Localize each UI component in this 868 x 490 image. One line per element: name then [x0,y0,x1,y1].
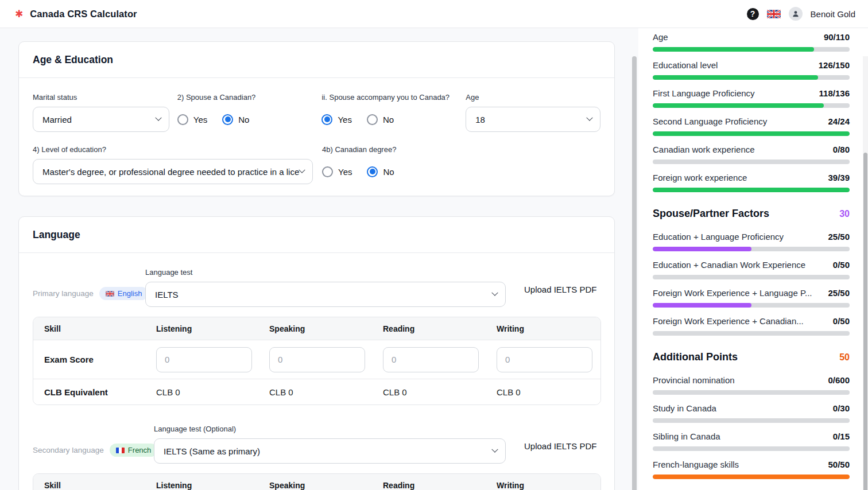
progress-bar [653,331,850,336]
score-item: Age90/110 [653,32,850,52]
age-education-card: Age & Education Marital status Married 2… [18,41,615,196]
clb-writing-value: CLB 0 [486,387,600,397]
score-item: Provincial nomination0/600 [653,375,850,395]
field-label: Marital status [33,93,169,102]
score-item: Sibling in Canada0/15 [653,431,850,451]
score-label: Foreign work experience [653,173,747,182]
french-badge: French [110,444,157,457]
score-label: Education + Canadian Work Experience [653,260,805,270]
field-label: Language test (Optional) [154,425,506,433]
score-label: Second Language Proficiency [653,116,767,126]
upload-ielts-pdf-button[interactable]: Upload IELTS PDF [524,285,596,307]
canadian-degree-yes-radio[interactable]: Yes [322,166,352,177]
help-icon[interactable]: ? [747,8,759,20]
radio-circle-icon [222,114,233,125]
spouse-factors-section-header: Spouse/Partner Factors 30 [653,208,850,220]
reading-score-input[interactable] [383,347,479,372]
age-field: Age 18 [466,93,600,132]
page-scrollbar[interactable] [863,56,868,490]
progress-bar [653,303,850,308]
spouse-canadian-no-radio[interactable]: No [222,114,249,125]
writing-score-input[interactable] [497,347,592,372]
radio-circle-icon [367,166,378,177]
page-scrollbar-thumb[interactable] [863,153,867,490]
score-item: First Language Proficiency118/136 [653,88,850,108]
card-title: Age & Education [33,54,600,66]
score-label: Educational level [653,60,718,70]
main-scrollbar-thumb[interactable] [632,56,637,490]
section-total: 30 [839,209,850,219]
radio-label: No [383,115,394,125]
score-item: Second Language Proficiency24/24 [653,116,850,136]
progress-bar [653,275,850,279]
section-total: 50 [839,352,850,363]
field-label: 4b) Canadian degree? [322,145,396,154]
chevron-down-icon [491,446,498,453]
spouse-canadian-yes-radio[interactable]: Yes [177,114,207,125]
score-label: Study in Canada [653,403,716,413]
score-label: First Language Proficiency [653,88,755,98]
canadian-degree-no-radio[interactable]: No [367,166,394,177]
progress-bar [653,390,850,395]
score-value: 0/50 [833,316,850,326]
section-title: Spouse/Partner Factors [653,208,769,220]
english-badge: English [99,287,149,300]
score-item: Education + Language Proficiency25/50 [653,232,850,251]
score-value: 24/24 [828,116,850,126]
upload-ielts-pdf-button-secondary[interactable]: Upload IELTS PDF [524,441,596,464]
progress-bar [653,188,850,192]
canadian-degree-field: 4b) Canadian degree? Yes No [322,145,396,184]
secondary-language-test-select[interactable]: IELTS (Same as primary) [154,438,506,464]
spouse-accompany-field: ii. Spouse accompany you to Canada? Yes … [321,93,466,132]
score-item: Canadian work experience0/80 [653,145,850,164]
maple-leaf-logo-icon: ✱ [15,9,23,19]
spouse-accompany-no-radio[interactable]: No [367,114,394,125]
score-sidebar: Age90/110Educational level126/150First L… [638,28,868,490]
col-header-writing: Writing [486,481,600,490]
primary-skill-table: Skill Listening Speaking Reading Writing… [33,317,601,405]
score-value: 90/110 [824,32,850,42]
score-value: 0/15 [833,431,850,441]
exam-score-row-label: Exam Score [33,355,145,364]
primary-language-block: Primary language English [33,268,600,405]
radio-label: No [238,115,249,125]
listening-score-input[interactable] [156,347,252,372]
education-level-select[interactable]: Master's degree, or professional degree … [33,159,313,184]
chevron-down-icon [299,167,305,173]
clb-listening-value: CLB 0 [145,387,258,397]
col-header-skill: Skill [33,481,145,490]
primary-language-test-select[interactable]: IELTS [145,282,506,307]
education-level-field: 4) Level of education? Master's degree, … [33,145,313,184]
score-value: 0/30 [833,403,850,413]
user-name: Benoit Gold [811,9,855,19]
core-factors-list: Age90/110Educational level126/150First L… [653,32,850,192]
uk-flag-icon[interactable] [767,10,781,18]
score-value: 0/600 [828,375,850,385]
col-header-writing: Writing [486,324,600,333]
field-label: Language test [145,268,506,277]
marital-status-select[interactable]: Married [33,107,169,132]
spouse-accompany-yes-radio[interactable]: Yes [321,114,351,125]
progress-bar [653,47,850,52]
clb-row-label: CLB Equivalent [33,387,145,397]
radio-circle-icon [321,114,332,125]
progress-bar [653,247,850,251]
age-select[interactable]: 18 [466,107,600,132]
chevron-down-icon [155,115,161,121]
avatar[interactable] [789,7,803,21]
speaking-score-input[interactable] [269,347,365,372]
secondary-language-block: Secondary language French [33,425,600,490]
progress-bar [653,446,850,451]
score-value: 39/39 [828,173,850,182]
col-header-skill: Skill [33,324,145,333]
brand: ✱ Canada CRS Calculator [15,9,137,20]
field-label: 4) Level of education? [33,145,313,154]
score-label: French-language skills [653,460,739,469]
score-value: 0/50 [833,260,850,270]
radio-label: Yes [193,115,207,125]
field-label: 2) Spouse a Canadian? [177,93,322,102]
secondary-skill-table: Skill Listening Speaking Reading Writing [33,473,601,490]
progress-bar [653,131,850,136]
language-card: Language Primary language [18,216,615,490]
col-header-listening: Listening [145,324,258,333]
